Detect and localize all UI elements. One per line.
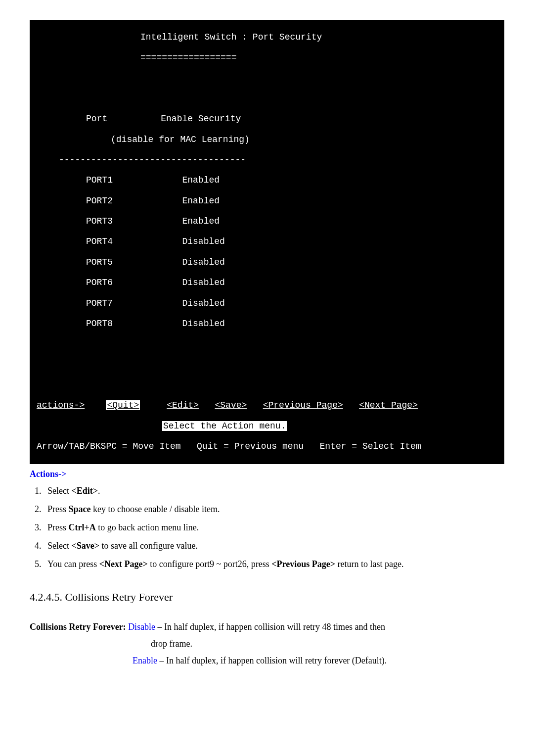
list-item: Select <Save> to save all configure valu… bbox=[44, 539, 504, 553]
term-header-sub: (disable for MAC Learning) bbox=[32, 135, 502, 145]
save-action[interactable]: <Save> bbox=[215, 400, 247, 410]
prev-page-action[interactable]: <Previous Page> bbox=[263, 400, 343, 410]
keyboard-hint: Arrow/TAB/BKSPC = Move Item Quit = Previ… bbox=[32, 441, 502, 452]
table-row: PORT4 Disabled bbox=[32, 236, 502, 247]
actions-heading: Actions-> bbox=[30, 469, 504, 479]
table-row: PORT5 Disabled bbox=[32, 257, 502, 268]
terminal-title: Intelligent Switch : Port Security bbox=[32, 32, 502, 43]
table-row: PORT8 Disabled bbox=[32, 319, 502, 329]
section-heading: 4.2.4.5. Collisions Retry Forever bbox=[30, 591, 504, 604]
terminal-title-underline: ================== bbox=[32, 52, 502, 63]
actions-row: actions-> <Quit> <Edit> <Save> <Previous… bbox=[32, 400, 502, 411]
edit-action[interactable]: <Edit> bbox=[167, 400, 199, 410]
crf-enable-line: Enable – In half duplex, if happen colli… bbox=[30, 652, 504, 669]
spacer bbox=[32, 94, 502, 104]
select-action-hint: Select the Action menu. bbox=[32, 421, 502, 431]
list-item: Press Space key to choose enable / disab… bbox=[44, 503, 504, 516]
term-header: Port Enable Security bbox=[32, 114, 502, 124]
crf-enable: Enable bbox=[133, 656, 157, 665]
term-divider: ----------------------------------- bbox=[32, 155, 502, 165]
spacer bbox=[32, 360, 502, 370]
spacer bbox=[32, 73, 502, 83]
table-row: PORT6 Disabled bbox=[32, 278, 502, 288]
spacer bbox=[32, 339, 502, 349]
actions-label: actions-> bbox=[37, 400, 85, 410]
crf-disable: Disable bbox=[128, 622, 155, 632]
crf-label: Collisions Retry Forever: bbox=[30, 622, 128, 632]
table-row: PORT7 Disabled bbox=[32, 298, 502, 309]
table-row: PORT1 Enabled bbox=[32, 175, 502, 186]
list-item: Press Ctrl+A to go back action menu line… bbox=[44, 521, 504, 534]
list-item: You can press <Next Page> to configure p… bbox=[44, 558, 504, 571]
list-item: Select <Edit>. bbox=[44, 484, 504, 498]
next-page-action[interactable]: <Next Page> bbox=[359, 400, 418, 410]
spacer bbox=[32, 380, 502, 390]
crf-drop-line: drop frame. bbox=[30, 635, 504, 652]
terminal-screenshot: Intelligent Switch : Port Security =====… bbox=[30, 20, 504, 464]
collisions-paragraph: Collisions Retry Forever: Disable – In h… bbox=[30, 618, 504, 635]
quit-action[interactable]: <Quit> bbox=[106, 400, 140, 410]
table-row: PORT3 Enabled bbox=[32, 216, 502, 227]
table-row: PORT2 Enabled bbox=[32, 196, 502, 206]
steps-list: Select <Edit>. Press Space key to choose… bbox=[30, 484, 504, 571]
